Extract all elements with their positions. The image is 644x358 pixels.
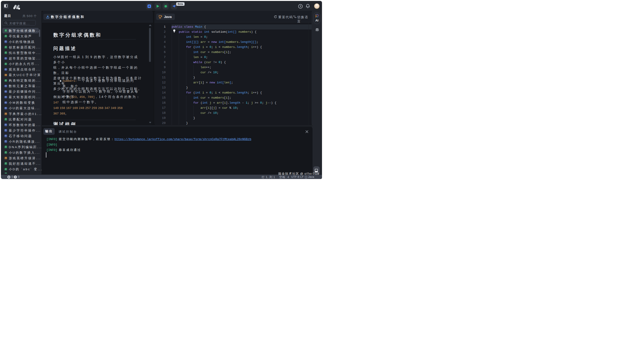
svg-text:?: ? [300, 5, 301, 7]
